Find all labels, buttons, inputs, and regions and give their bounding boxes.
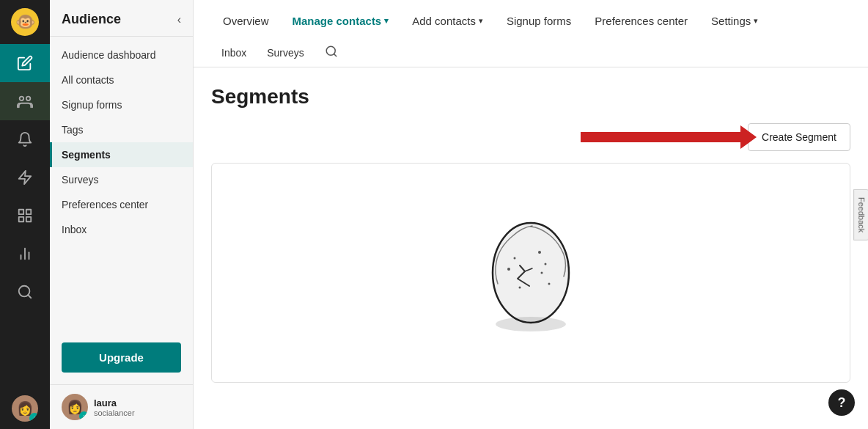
page-body: Segments Create Segment [194,67,868,429]
user-avatar[interactable]: 👩 ↑ [62,394,88,420]
nav-manage-contacts[interactable]: Manage contacts ▾ [281,10,401,32]
nav-inbox[interactable]: Inbox [211,41,257,65]
create-segment-button[interactable]: Create Segment [748,123,850,151]
arrow-annotation [581,132,742,142]
top-nav-row1: Overview Manage contacts ▾ Add contacts … [211,0,850,39]
svg-line-13 [334,54,336,56]
svg-point-15 [538,251,541,254]
arrow-body [581,132,742,142]
sidebar-item-tags[interactable]: Tags [50,117,193,142]
upgrade-button[interactable]: Upgrade [62,342,181,373]
svg-point-18 [514,257,516,260]
svg-rect-3 [19,210,23,214]
user-upload-badge: ↑ [79,411,88,420]
top-nav-row2: Inbox Surveys [211,39,850,67]
audience-icon[interactable] [0,82,50,120]
search-rail-icon[interactable] [0,273,50,311]
sidebar: Audience ‹ Audience dashboard All contac… [50,0,194,429]
content-icon[interactable] [0,197,50,235]
nav-settings[interactable]: Settings ▾ [699,10,770,32]
search-nav-icon[interactable] [315,39,348,67]
nav-surveys[interactable]: Surveys [257,41,315,65]
help-button[interactable]: ? [828,389,855,416]
user-name: laura [94,397,135,408]
svg-point-22 [496,317,566,331]
svg-point-19 [507,268,510,271]
sidebar-header: Audience ‹ [50,0,193,37]
sidebar-item-inbox[interactable]: Inbox [50,217,193,242]
add-contacts-chevron: ▾ [479,16,483,26]
page-title: Segments [211,85,850,109]
svg-line-11 [28,295,31,298]
edit-icon[interactable] [0,44,50,82]
svg-point-1 [20,97,24,101]
collapse-icon[interactable]: ‹ [177,13,181,26]
svg-rect-4 [26,210,31,214]
main-content: Overview Manage contacts ▾ Add contacts … [194,0,868,429]
svg-point-16 [545,263,547,265]
svg-point-14 [493,223,569,323]
campaigns-icon[interactable] [0,120,50,158]
automations-icon[interactable] [0,158,50,197]
top-nav: Overview Manage contacts ▾ Add contacts … [194,0,868,67]
sidebar-item-signup-forms[interactable]: Signup forms [50,92,193,117]
svg-rect-5 [26,217,31,221]
monkey-logo: 🐵 [11,8,39,36]
sidebar-item-segments[interactable]: Segments [50,142,193,167]
user-role: socialancer [94,408,135,417]
analytics-icon[interactable] [0,235,50,273]
logo[interactable]: 🐵 [0,0,50,44]
nav-preferences-center[interactable]: Preferences center [583,10,699,32]
user-avatar-rail[interactable]: 👩 ↑ [12,395,38,422]
sidebar-item-preferences-center[interactable]: Preferences center [50,192,193,217]
nav-add-contacts[interactable]: Add contacts ▾ [400,10,495,32]
svg-point-0 [26,97,31,101]
nav-overview[interactable]: Overview [211,10,281,32]
user-info: laura socialancer [94,397,135,417]
sidebar-item-audience-dashboard[interactable]: Audience dashboard [50,43,193,67]
nav-signup-forms[interactable]: Signup forms [495,10,583,32]
manage-contacts-chevron: ▾ [384,16,389,26]
icon-rail: 🐵 👩 ↑ [0,0,50,429]
svg-rect-6 [19,217,23,221]
sidebar-item-all-contacts[interactable]: All contacts [50,67,193,92]
egg-illustration [472,199,589,346]
sidebar-item-surveys[interactable]: Surveys [50,167,193,192]
svg-point-20 [519,287,521,289]
sidebar-title: Audience [62,12,121,27]
feedback-tab[interactable]: Feedback [853,188,868,240]
svg-point-17 [541,272,543,274]
svg-point-21 [548,283,551,285]
empty-state-area [211,163,850,383]
settings-chevron: ▾ [754,16,758,26]
sidebar-user: 👩 ↑ laura socialancer [50,384,193,429]
sidebar-nav: Audience dashboard All contacts Signup f… [50,37,193,331]
segments-toolbar: Create Segment [211,123,850,151]
upload-badge: ↑ [29,413,38,422]
sidebar-upgrade: Upgrade [50,331,193,384]
svg-marker-2 [19,171,32,184]
